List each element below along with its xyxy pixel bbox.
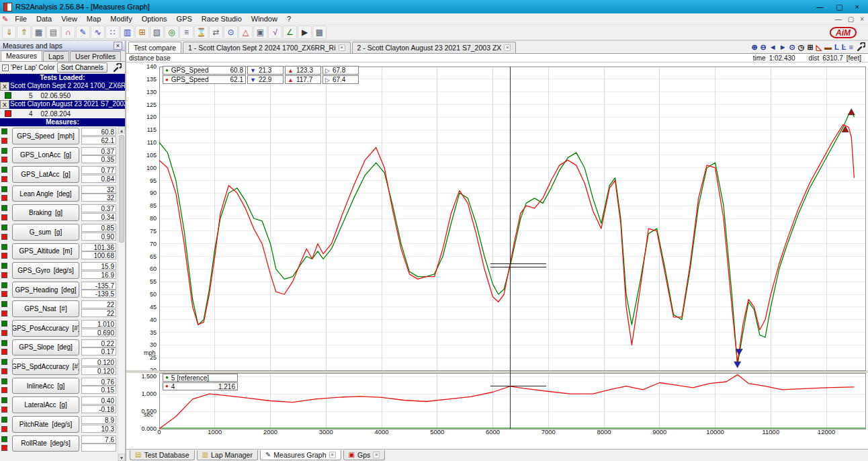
measure-button[interactable]: Braking[g] — [12, 204, 79, 221]
measure-button[interactable]: GPS_LonAcc[g] — [12, 147, 79, 164]
menu-options[interactable]: Options — [137, 14, 172, 24]
measure-color-test2[interactable] — [1, 195, 7, 201]
sidebar-tab-user-profiles[interactable]: User Profiles — [70, 51, 121, 61]
measure-color-test1[interactable] — [1, 263, 7, 269]
panel-close-icon[interactable]: × — [114, 42, 122, 50]
test-name-1[interactable]: Scott Clayton Sept 2 2024 1700_ZX6RR_R — [9, 82, 125, 91]
measure-button[interactable]: GPS_Heading[deg] — [12, 282, 79, 298]
scroll-down-icon[interactable]: ▼ — [118, 454, 125, 461]
zoom-icon[interactable]: ⊙ — [224, 26, 238, 39]
menu-race-studio[interactable]: Race Studio — [197, 14, 247, 24]
per-lap-color-checkbox[interactable]: ✓ — [2, 65, 9, 71]
zoom-next-icon[interactable]: ► — [779, 42, 787, 52]
measure-button[interactable]: GPS_Slope[deg] — [12, 339, 79, 356]
track-map-icon[interactable]: ◎ — [165, 26, 179, 39]
stopwatch-icon[interactable]: ⌛ — [194, 26, 208, 39]
save-icon[interactable]: ▦ — [32, 26, 46, 39]
measure-color-test1[interactable] — [1, 417, 7, 423]
test-name-2[interactable]: Scott Clayton August 23 2021 S7_2003 ZX — [9, 100, 125, 109]
load-test-icon[interactable]: ⇓ — [2, 26, 16, 39]
measure-button[interactable]: G_sum[g] — [12, 224, 79, 241]
measure-color-test2[interactable] — [1, 387, 7, 393]
measure-color-test2[interactable] — [1, 253, 7, 259]
stacked-scale-icon[interactable]: ≡ — [849, 42, 853, 52]
measure-color-test2[interactable] — [1, 214, 7, 220]
measure-color-test2[interactable] — [1, 330, 7, 336]
measure-color-test2[interactable] — [1, 291, 7, 297]
measure-color-test1[interactable] — [1, 301, 7, 307]
tab-close-icon[interactable]: × — [329, 452, 336, 458]
tab-lap-manager[interactable]: ▥Lap Manager — [197, 450, 258, 460]
measure-button[interactable]: InlineAcc[g] — [12, 378, 79, 394]
remove-test-2-button[interactable]: X — [0, 100, 9, 109]
track-position-icon[interactable]: ◺ — [816, 42, 822, 52]
histogram-icon[interactable]: ▥ — [120, 26, 134, 39]
pencil-graph-icon[interactable]: ✎ — [76, 26, 90, 39]
measure-button[interactable]: GPS_Altitude[m] — [12, 243, 79, 260]
remove-test-1-button[interactable]: X — [0, 82, 9, 91]
wrench-glyph[interactable] — [112, 63, 122, 73]
measure-color-test1[interactable] — [1, 359, 7, 365]
graph-settings-wrench-icon[interactable] — [856, 42, 865, 52]
time-distance-toggle-icon[interactable]: ◷ — [798, 42, 805, 52]
slope-icon[interactable]: ∠ — [283, 26, 297, 39]
tab-close-icon[interactable]: × — [504, 44, 511, 51]
scrollbar-thumb[interactable] — [119, 135, 124, 243]
tab-gps[interactable]: ▣Gps× — [343, 450, 386, 460]
measure-button[interactable]: GPS_Nsat[#] — [12, 300, 79, 317]
measure-color-test1[interactable] — [1, 321, 7, 327]
close-icon[interactable]: × — [855, 3, 859, 11]
mdi-restore-icon[interactable]: ▢ — [848, 15, 854, 23]
channel-settings-wrench-icon[interactable] — [112, 63, 123, 73]
menu-map[interactable]: Map — [82, 14, 105, 24]
print-icon[interactable]: ▣ — [253, 26, 267, 39]
measures-graph-icon[interactable]: ∿ — [91, 26, 105, 39]
measure-button[interactable]: RollRate[deg/s] — [12, 435, 79, 452]
measure-color-test1[interactable] — [1, 205, 7, 211]
scroll-up-icon[interactable]: ▲ — [118, 126, 125, 134]
split-times-icon[interactable]: ≡ — [179, 26, 193, 39]
channels-table-icon[interactable]: ⊞ — [135, 26, 149, 39]
measure-color-test1[interactable] — [1, 244, 7, 250]
tab-close-icon[interactable]: × — [339, 44, 345, 51]
measure-color-test1[interactable] — [1, 282, 7, 288]
zoom-prev-icon[interactable]: ◄ — [769, 42, 777, 52]
measure-button[interactable]: GPS_SpdAccuracy[#] — [12, 358, 79, 375]
tab-test-compare[interactable]: Test compare — [128, 42, 181, 53]
tab-test-database[interactable]: ▤Test Database — [130, 450, 195, 460]
test-2-color-box[interactable] — [5, 110, 11, 117]
measure-color-test1[interactable] — [1, 167, 7, 173]
menu-data[interactable]: Data — [32, 14, 56, 24]
measure-color-test1[interactable] — [1, 340, 7, 346]
measure-color-test2[interactable] — [1, 176, 7, 182]
mdi-minimize-icon[interactable]: — — [835, 15, 842, 23]
grid-icon[interactable]: ▩ — [312, 26, 327, 39]
bands-icon[interactable]: ▬ — [824, 42, 832, 52]
measure-color-test2[interactable] — [1, 138, 7, 144]
sidebar-tab-laps[interactable]: Laps — [43, 51, 69, 61]
measure-color-test2[interactable] — [1, 349, 7, 355]
measure-color-test1[interactable] — [1, 436, 7, 442]
measures-scrollbar[interactable]: ▲ ▼ — [118, 126, 125, 461]
menu-file[interactable]: File — [10, 14, 32, 24]
multi-scale-icon[interactable]: Ŀ — [842, 42, 847, 52]
compare-icon[interactable]: ⇄ — [209, 26, 223, 39]
mdi-close-icon[interactable]: × — [860, 15, 864, 23]
measure-color-test2[interactable] — [1, 426, 7, 432]
menu-modify[interactable]: Modify — [105, 14, 136, 24]
distance-base-label[interactable]: distance base — [129, 54, 171, 62]
minimize-icon[interactable]: — — [816, 3, 824, 11]
menu-help[interactable]: ? — [282, 14, 296, 24]
measure-color-test1[interactable] — [1, 224, 7, 230]
magnet-icon[interactable]: ∩ — [61, 26, 75, 39]
tab-test-1[interactable]: 1 - Scott Clayton Sept 2 2024 1700_ZX6RR… — [183, 42, 350, 53]
measure-color-test1[interactable] — [1, 378, 7, 384]
tab-close-icon[interactable]: × — [373, 452, 380, 458]
math-channel-icon[interactable]: √ — [268, 26, 282, 39]
measure-button[interactable]: GPS_LatAcc[g] — [12, 166, 79, 183]
measure-color-test2[interactable] — [1, 445, 7, 451]
menu-view[interactable]: View — [56, 14, 82, 24]
unload-test-icon[interactable]: ⇑ — [17, 26, 31, 39]
measure-color-test2[interactable] — [1, 234, 7, 240]
measure-color-test2[interactable] — [1, 407, 7, 413]
